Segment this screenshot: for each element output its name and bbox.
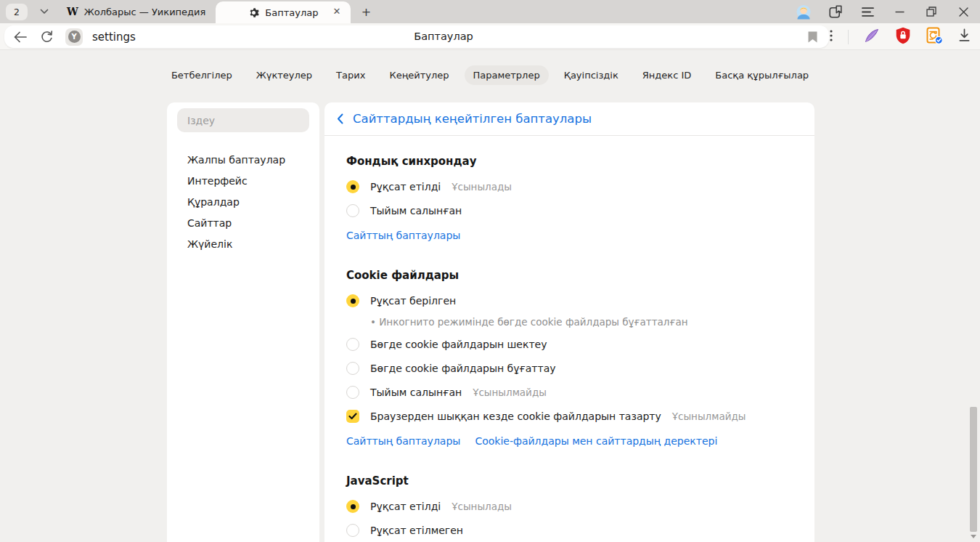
checkmark-icon <box>348 413 357 420</box>
browser-menu-button[interactable] <box>860 4 875 19</box>
option-label: Рұқсат етілмеген <box>370 525 463 536</box>
nav-tab-downloads[interactable]: Жүктеулер <box>248 65 321 85</box>
yandex-browser-icon: Y <box>68 31 81 43</box>
minimize-button[interactable] <box>892 4 907 19</box>
browser-tab-settings[interactable]: Баптаулар ✕ <box>216 1 351 23</box>
nav-tab-history[interactable]: Тарих <box>327 65 374 85</box>
section-title: Фондық синхрондау <box>346 155 793 168</box>
address-bar[interactable]: Y settings <box>4 25 829 48</box>
radio-option[interactable]: Рұқсат етілді Ұсынылады <box>346 179 793 194</box>
chevron-down-icon <box>40 9 49 15</box>
nav-tab-extensions[interactable]: Кеңейтулер <box>380 65 457 85</box>
restore-icon <box>926 7 936 17</box>
nav-tab-settings[interactable]: Параметрлер <box>465 65 549 85</box>
window-controls <box>796 4 980 19</box>
site-favicon-badge[interactable]: Y <box>65 28 83 46</box>
radio-option[interactable]: Бөгде cookie файлдарын бұғаттау <box>346 361 793 376</box>
cookies-site-data-link[interactable]: Cookie-файлдары мен сайттардың деректері <box>475 435 717 447</box>
sidebar-list: Жалпы баптаулар Интерфейс Құралдар Сайтт… <box>167 150 319 255</box>
bookmark-flag-icon <box>808 31 817 43</box>
section-title: Cookie файлдары <box>346 269 793 282</box>
new-tab-button[interactable]: + <box>358 4 374 20</box>
browser-toolbar: Y settings Баптаулар <box>0 23 980 50</box>
tab-title: Баптаулар <box>265 7 318 18</box>
option-label: Рұқсат етілді <box>370 501 441 512</box>
reload-icon <box>41 31 53 44</box>
radio-unselected-icon[interactable] <box>346 338 359 351</box>
feather-icon <box>864 28 880 44</box>
radio-option[interactable]: Рұқсат етілмеген <box>346 523 793 538</box>
back-chevron-icon <box>337 113 343 124</box>
extension-adblock-button[interactable] <box>895 27 911 47</box>
radio-option[interactable]: Тыйым салынған <box>346 203 793 218</box>
sidebar-item-tools[interactable]: Құралдар <box>167 192 319 213</box>
page-back-header[interactable]: Сайттардың кеңейтілген баптаулары <box>324 102 814 136</box>
option-hint: Ұсынылады <box>452 501 512 512</box>
reload-button[interactable] <box>36 27 57 47</box>
browser-tab-wikipedia[interactable]: W Жолбарыс — Уикипедия <box>67 6 205 17</box>
checkbox-checked-icon[interactable] <box>346 410 359 423</box>
scrollbar-thumb[interactable] <box>970 407 977 532</box>
option-label: Рұқсат берілген <box>370 295 456 307</box>
radio-selected-icon[interactable] <box>346 294 359 307</box>
radio-unselected-icon[interactable] <box>346 362 359 375</box>
settings-main-panel: Сайттардың кеңейтілген баптаулары Фондық… <box>324 102 814 542</box>
option-label: Тыйым салынған <box>370 387 462 398</box>
option-hint: Ұсынылады <box>452 181 512 193</box>
tab-counter-badge[interactable]: 2 <box>6 4 28 20</box>
site-settings-link[interactable]: Сайттың баптаулары <box>346 230 460 241</box>
sidebar-item-sites[interactable]: Сайттар <box>167 213 319 234</box>
radio-unselected-icon[interactable] <box>346 204 359 217</box>
sidebar-item-interface[interactable]: Интерфейс <box>167 171 319 192</box>
option-label: Бөгде cookie файлдарын бұғаттау <box>370 363 556 374</box>
tabs-panel-button[interactable] <box>828 4 843 19</box>
sidebar-item-general[interactable]: Жалпы баптаулар <box>167 150 319 171</box>
settings-page: Бетбелгілер Жүктеулер Тарих Кеңейтулер П… <box>0 50 980 542</box>
sidebar-search[interactable] <box>177 108 309 132</box>
bookmark-button[interactable] <box>808 31 817 43</box>
tab-list-chevron-button[interactable] <box>35 4 54 20</box>
tab-close-icon[interactable]: ✕ <box>332 7 340 16</box>
toolbar-kebab-menu-button[interactable] <box>830 30 833 44</box>
option-hint: Ұсынылмайды <box>473 387 547 398</box>
minimize-icon <box>895 11 905 13</box>
radio-selected-icon[interactable] <box>346 500 359 513</box>
radio-selected-icon[interactable] <box>346 180 359 193</box>
section-background-sync: Фондық синхрондау Рұқсат етілді Ұсынылад… <box>346 155 793 241</box>
restore-button[interactable] <box>924 4 939 19</box>
extension-document-button[interactable] <box>926 27 943 47</box>
avatar-icon <box>796 4 811 20</box>
back-button[interactable] <box>10 27 30 47</box>
tabs-panel-icon <box>829 5 843 19</box>
shield-lock-icon <box>895 27 911 44</box>
radio-option[interactable]: Рұқсат етілді Ұсынылады <box>346 499 793 514</box>
nav-tab-yandex-id[interactable]: Яндекс ID <box>634 65 701 85</box>
sidebar-item-system[interactable]: Жүйелік <box>167 234 319 255</box>
radio-unselected-icon[interactable] <box>346 386 359 399</box>
extension-feather-button[interactable] <box>864 28 880 46</box>
checkbox-option[interactable]: Браузерден шыққан кезде cookie файлдарын… <box>346 409 793 424</box>
close-icon <box>959 7 968 17</box>
option-label: Тыйым салынған <box>370 205 462 217</box>
scrollbar-down-arrow-icon[interactable] <box>971 535 976 538</box>
radio-option[interactable]: Рұқсат берілген <box>346 294 793 308</box>
nav-tab-other-devices[interactable]: Басқа құрылғылар <box>706 65 817 85</box>
option-label: Рұқсат етілді <box>370 181 441 193</box>
hamburger-menu-icon <box>862 7 874 17</box>
site-settings-link[interactable]: Сайттың баптаулары <box>346 435 460 447</box>
page-title[interactable]: Сайттардың кеңейтілген баптаулары <box>353 112 592 126</box>
document-sync-icon <box>926 27 943 44</box>
nav-tab-security[interactable]: Қауіпсіздік <box>555 65 627 85</box>
profile-avatar[interactable] <box>796 4 811 19</box>
radio-unselected-icon[interactable] <box>346 524 359 537</box>
page-scrollbar[interactable] <box>968 0 980 542</box>
nav-tab-bookmarks[interactable]: Бетбелгілер <box>163 65 241 85</box>
radio-option[interactable]: Бөгде cookie файлдарын шектеу <box>346 337 793 352</box>
search-input[interactable] <box>177 115 309 126</box>
radio-option[interactable]: Тыйым салынған Ұсынылмайды <box>346 385 793 400</box>
back-arrow-icon <box>14 31 27 43</box>
url-text[interactable]: settings <box>92 31 136 44</box>
option-label: Браузерден шыққан кезде cookie файлдарын… <box>370 410 661 422</box>
option-label: Бөгде cookie файлдарын шектеу <box>370 339 547 350</box>
option-hint: Ұсынылмайды <box>672 410 746 422</box>
